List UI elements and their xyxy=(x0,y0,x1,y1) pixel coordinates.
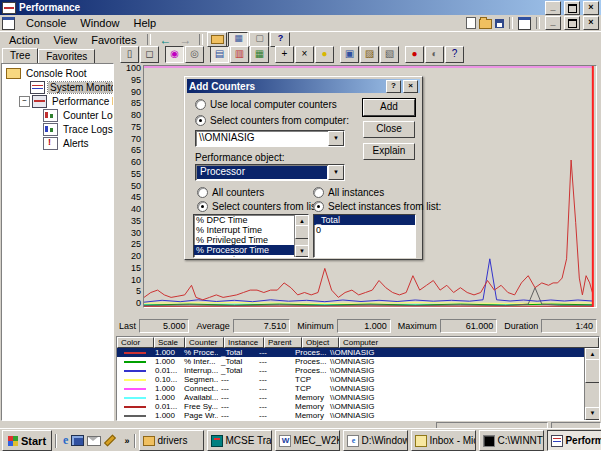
child-close-button[interactable]: × xyxy=(583,16,599,30)
help-icon[interactable]: ? xyxy=(445,46,464,63)
explain-button[interactable]: Explain xyxy=(363,143,415,160)
menu-action[interactable]: Action xyxy=(2,33,47,47)
show-console-tree-icon[interactable]: ▦ xyxy=(228,32,248,47)
legend-row[interactable]: 1.000% Proce..._Total---Proces...\\OMNIA… xyxy=(117,348,585,357)
scroll-down-icon[interactable]: ▼ xyxy=(295,245,309,257)
view-log-file-data-icon[interactable]: ◎ xyxy=(185,46,204,63)
export-list-icon[interactable]: ▢ xyxy=(249,32,269,47)
restore-button[interactable] xyxy=(564,1,580,15)
save-console-icon[interactable] xyxy=(495,19,504,28)
tree-item-console-root[interactable]: Console Root xyxy=(2,66,113,80)
list-item-interrupt-time[interactable]: % Interrupt Time xyxy=(194,225,295,235)
menu-favorites[interactable]: Favorites xyxy=(84,33,143,47)
task-button-drivers[interactable]: drivers xyxy=(139,430,204,451)
freeze-display-icon[interactable]: ● xyxy=(405,46,424,63)
tree-item-trace-logs[interactable]: Trace Logs xyxy=(2,122,113,136)
update-data-icon[interactable]: ◐ xyxy=(425,46,444,63)
chevron-down-icon[interactable]: ▼ xyxy=(328,131,344,146)
radio-all-counters[interactable] xyxy=(197,187,208,198)
counters-listbox[interactable]: % DPC Time% Interrupt Time% Privileged T… xyxy=(193,214,309,258)
radio-select-computer[interactable] xyxy=(195,115,206,126)
help-icon[interactable]: ? xyxy=(270,32,290,47)
legend-column-object[interactable]: Object xyxy=(302,337,339,348)
scrollbar-thumb[interactable] xyxy=(585,359,600,383)
show-desktop-icon[interactable] xyxy=(71,435,84,446)
add-counter-icon[interactable]: + xyxy=(275,46,294,63)
tree-item-performance-logs-and-alerts[interactable]: −Performance Logs and Alerts xyxy=(2,94,113,108)
delete-counter-icon[interactable]: × xyxy=(295,46,314,63)
task-button-inbox-mic[interactable]: Inbox - Mic... xyxy=(411,430,476,451)
new-window-icon[interactable] xyxy=(518,17,531,30)
list-item-processor-time[interactable]: % Processor Time xyxy=(194,245,295,255)
menu-console[interactable]: Console xyxy=(19,16,73,30)
highlight-icon[interactable]: ● xyxy=(315,46,334,63)
forward-icon[interactable]: → xyxy=(175,34,195,46)
tree-item-system-monitor[interactable]: System Monitor xyxy=(2,80,113,94)
radio-select-instances[interactable] xyxy=(313,201,324,212)
menu-help[interactable]: Help xyxy=(126,16,163,30)
legend-scrollbar[interactable]: ▲ ▼ xyxy=(584,348,599,420)
scroll-down-icon[interactable]: ▼ xyxy=(585,407,600,420)
radio-local-counters[interactable] xyxy=(195,99,206,110)
dialog-help-button[interactable]: ? xyxy=(386,80,401,93)
back-icon[interactable]: ← xyxy=(155,34,175,46)
view-histogram-icon[interactable]: ▥ xyxy=(230,46,249,63)
list-item-user-time[interactable]: % User Time xyxy=(194,255,295,258)
legend-column-instance[interactable]: Instance xyxy=(224,337,264,348)
new-counter-set-icon[interactable]: ▯ xyxy=(120,46,139,63)
open-console-icon[interactable] xyxy=(479,19,492,29)
start-button[interactable]: Start xyxy=(2,430,52,451)
ie-icon[interactable]: e xyxy=(63,433,68,448)
tree-item-alerts[interactable]: Alerts xyxy=(2,136,113,150)
mail-icon[interactable] xyxy=(87,436,101,446)
console-window-icon[interactable] xyxy=(2,17,15,30)
dialog-close-button[interactable]: × xyxy=(403,80,418,93)
paste-counter-list-icon[interactable]: ▨ xyxy=(360,46,379,63)
view-report-icon[interactable]: ▦ xyxy=(250,46,269,63)
pen-icon[interactable] xyxy=(104,434,116,446)
legend-column-computer[interactable]: Computer xyxy=(339,337,599,348)
child-restore-button[interactable] xyxy=(564,16,580,30)
list-item-0[interactable]: 0 xyxy=(314,225,415,235)
minimize-button[interactable]: _ xyxy=(545,1,561,15)
up-one-level-icon[interactable] xyxy=(207,32,227,47)
list-item-privileged-time[interactable]: % Privileged Time xyxy=(194,235,295,245)
task-button-mcse-train[interactable]: MCSE Train... xyxy=(207,430,272,451)
legend-row[interactable]: 1.000Connect...------TCP\\OMNIASIG xyxy=(117,384,585,393)
legend-row[interactable]: 0.01...Interrup..._Total---Proces...\\OM… xyxy=(117,366,585,375)
menu-view[interactable]: View xyxy=(47,33,85,47)
legend-column-color[interactable]: Color xyxy=(117,337,154,348)
legend-row[interactable]: 0.01...Free Sy...------Memory\\OMNIASIG xyxy=(117,402,585,411)
copy-properties-icon[interactable]: ▣ xyxy=(340,46,359,63)
legend-row[interactable]: 1.000% Inter..._Total---Proces...\\OMNIA… xyxy=(117,357,585,366)
quick-launch-overflow[interactable]: » xyxy=(122,436,131,446)
scrollbar-thumb[interactable] xyxy=(295,225,309,239)
close-button-dialog[interactable]: Close xyxy=(363,121,415,138)
new-console-icon[interactable] xyxy=(466,17,476,29)
list-item-total[interactable]: _Total xyxy=(314,215,415,225)
menu-window[interactable]: Window xyxy=(73,16,126,30)
view-chart-icon[interactable]: ▤ xyxy=(210,46,229,63)
task-button-performa[interactable]: Performa... xyxy=(547,430,601,451)
tree-item-counter-logs[interactable]: Counter Logs xyxy=(2,108,113,122)
chevron-down-icon[interactable]: ▼ xyxy=(328,165,344,180)
view-current-activity-icon[interactable]: ◉ xyxy=(165,46,184,63)
child-minimize-button[interactable]: _ xyxy=(545,16,561,30)
close-button[interactable]: × xyxy=(583,1,599,15)
task-button-mec-w2k[interactable]: WMEC_W2K... xyxy=(275,430,340,451)
task-button-d-window[interactable]: eD:\Window... xyxy=(343,430,408,451)
radio-select-counters[interactable] xyxy=(197,201,208,212)
tree-expander-minus-icon[interactable]: − xyxy=(19,96,30,107)
instances-listbox[interactable]: _Total0 xyxy=(313,214,416,258)
counters-scrollbar[interactable]: ▲ ▼ xyxy=(294,215,308,257)
legend-row[interactable]: 1.000Page Wr...------Memory\\OMNIASIG xyxy=(117,411,585,420)
legend-row[interactable]: 0.10...Segmen...------TCP\\OMNIASIG xyxy=(117,375,585,384)
computer-combobox[interactable]: \\OMNIASIG ▼ xyxy=(195,130,345,147)
clear-display-icon[interactable]: ◻ xyxy=(140,46,159,63)
list-item-dpc-time[interactable]: % DPC Time xyxy=(194,215,295,225)
add-button[interactable]: Add xyxy=(363,99,415,116)
legend-row[interactable]: 1.000Availabl...------Memory\\OMNIASIG xyxy=(117,393,585,402)
properties-icon[interactable]: ▧ xyxy=(380,46,399,63)
radio-all-instances[interactable] xyxy=(313,187,324,198)
legend-column-parent[interactable]: Parent xyxy=(264,337,302,348)
